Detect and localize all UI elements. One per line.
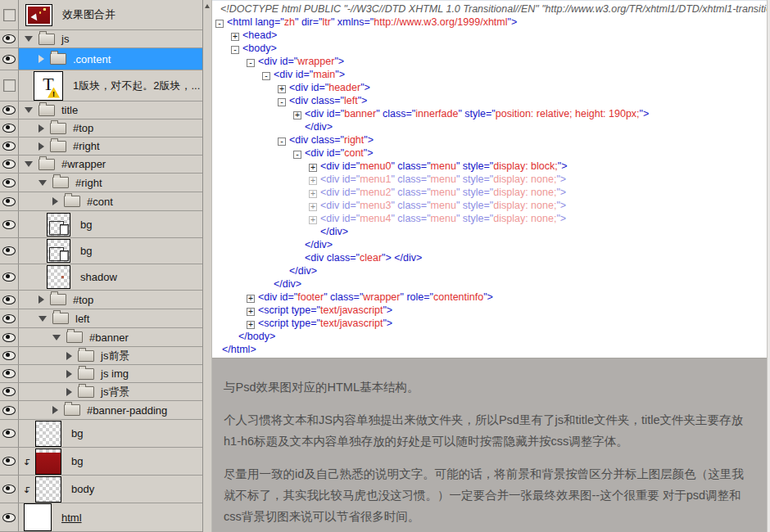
eye-icon[interactable] (2, 197, 16, 206)
visibility-checkbox[interactable] (3, 79, 16, 92)
collapse-node-button[interactable]: - (262, 72, 270, 80)
visibility-cell[interactable] (0, 291, 19, 309)
layer-row[interactable]: #banner (0, 328, 202, 347)
layer-name[interactable]: body (71, 483, 94, 495)
eye-icon[interactable] (2, 314, 16, 323)
expand-node-button[interactable]: + (231, 33, 239, 41)
transparent-layer-thumbnail[interactable] (47, 213, 70, 237)
layer-row[interactable]: .content (0, 48, 202, 70)
visibility-cell[interactable] (0, 30, 19, 47)
eye-icon[interactable] (2, 178, 16, 187)
expand-node-button[interactable]: + (309, 177, 317, 185)
visibility-cell[interactable] (0, 48, 19, 70)
layer-row[interactable]: #right (0, 174, 202, 192)
visibility-cell[interactable] (0, 238, 19, 264)
eye-icon[interactable] (2, 406, 16, 415)
expand-arrow-icon[interactable] (38, 142, 44, 151)
layer-row[interactable]: js img (0, 365, 202, 383)
visibility-cell[interactable] (0, 503, 19, 531)
expand-arrow-icon[interactable] (52, 406, 58, 414)
eye-icon[interactable] (2, 106, 16, 115)
expand-node-button[interactable]: + (309, 164, 317, 172)
right-edge-scrollbar[interactable] (767, 0, 770, 532)
visibility-cell[interactable] (0, 0, 19, 29)
visibility-cell[interactable] (0, 101, 19, 119)
layer-row[interactable]: #banner-padding (0, 401, 202, 420)
eye-icon[interactable] (2, 485, 16, 494)
layer-name[interactable]: #right (75, 177, 102, 189)
layer-name[interactable]: #banner (89, 331, 129, 344)
layer-name[interactable]: bg (80, 219, 92, 231)
eye-icon[interactable] (2, 246, 16, 255)
layer-row[interactable]: title (0, 101, 202, 119)
artwork-thumbnail[interactable] (25, 4, 52, 26)
eye-icon[interactable] (2, 295, 16, 304)
layer-row[interactable]: bg (0, 238, 202, 264)
expand-arrow-icon[interactable] (38, 55, 44, 63)
expand-arrow-icon[interactable] (66, 388, 72, 396)
visibility-cell[interactable] (0, 347, 19, 364)
visibility-cell[interactable] (0, 119, 19, 137)
visibility-cell[interactable] (0, 264, 19, 290)
eye-icon[interactable] (2, 351, 16, 360)
layers-panel-scrollbar[interactable] (203, 0, 212, 532)
layer-name[interactable]: bg (71, 455, 83, 467)
layer-thumbnail[interactable] (24, 503, 52, 531)
visibility-checkbox[interactable] (3, 9, 16, 21)
collapse-node-button[interactable]: - (215, 20, 224, 28)
visibility-cell[interactable] (0, 138, 19, 155)
expand-node-button[interactable]: + (278, 85, 286, 93)
eye-icon[interactable] (2, 429, 16, 438)
layer-name[interactable]: left (75, 313, 89, 325)
collapse-node-button[interactable]: - (278, 138, 286, 146)
collapse-node-button[interactable]: - (231, 46, 239, 54)
visibility-cell[interactable] (0, 174, 19, 192)
layer-name[interactable]: #wrapper (61, 158, 106, 170)
layer-name[interactable]: 效果图合并 (62, 7, 116, 22)
collapse-arrow-icon[interactable] (52, 335, 61, 340)
eye-icon[interactable] (2, 160, 16, 169)
layer-name[interactable]: bg (71, 427, 83, 440)
collapse-node-button[interactable]: - (293, 151, 301, 159)
expand-arrow-icon[interactable] (38, 124, 44, 133)
layer-name[interactable]: js背景 (101, 385, 129, 399)
visibility-cell[interactable] (0, 448, 19, 475)
layer-name[interactable]: js (61, 33, 69, 45)
layer-row[interactable]: #wrapper (0, 156, 202, 174)
visibility-cell[interactable] (0, 328, 19, 346)
collapse-arrow-icon[interactable] (25, 36, 33, 42)
collapse-arrow-icon[interactable] (38, 316, 47, 322)
layer-name[interactable]: #cont (87, 196, 113, 208)
transparent-layer-thumbnail[interactable] (47, 265, 70, 289)
collapse-node-button[interactable]: - (247, 59, 255, 67)
layer-row[interactable]: bg (0, 211, 202, 238)
visibility-cell[interactable] (0, 420, 19, 447)
expand-arrow-icon[interactable] (66, 352, 72, 360)
layer-row[interactable]: 效果图合并 (0, 0, 202, 30)
layer-name[interactable]: bg (80, 245, 92, 257)
visibility-cell[interactable] (0, 383, 19, 400)
scroll-up-arrow-icon[interactable] (205, 4, 210, 8)
layer-name[interactable]: #banner-padding (87, 404, 167, 417)
collapse-node-button[interactable]: - (278, 98, 286, 106)
eye-icon[interactable] (2, 34, 16, 43)
layer-name[interactable]: shadow (80, 271, 117, 283)
expand-node-button[interactable]: + (309, 203, 317, 211)
collapse-arrow-icon[interactable] (25, 107, 33, 113)
layer-name[interactable]: #top (73, 122, 93, 134)
layer-row[interactable]: html (0, 503, 202, 532)
transparent-layer-thumbnail[interactable] (47, 239, 70, 263)
visibility-cell[interactable] (0, 211, 19, 237)
expand-node-button[interactable]: + (293, 111, 301, 119)
eye-icon[interactable] (2, 124, 16, 133)
layer-row[interactable]: T!1版块，对不起。2版块，... (0, 70, 202, 101)
layer-row[interactable]: ↴body (0, 476, 202, 503)
visibility-cell[interactable] (0, 365, 19, 382)
visibility-cell[interactable] (0, 70, 19, 101)
visibility-cell[interactable] (0, 156, 19, 173)
eye-icon[interactable] (2, 142, 16, 151)
layer-row[interactable]: left (0, 309, 202, 328)
layer-row[interactable]: #top (0, 119, 202, 138)
eye-icon[interactable] (2, 220, 16, 229)
visibility-cell[interactable] (0, 309, 19, 327)
